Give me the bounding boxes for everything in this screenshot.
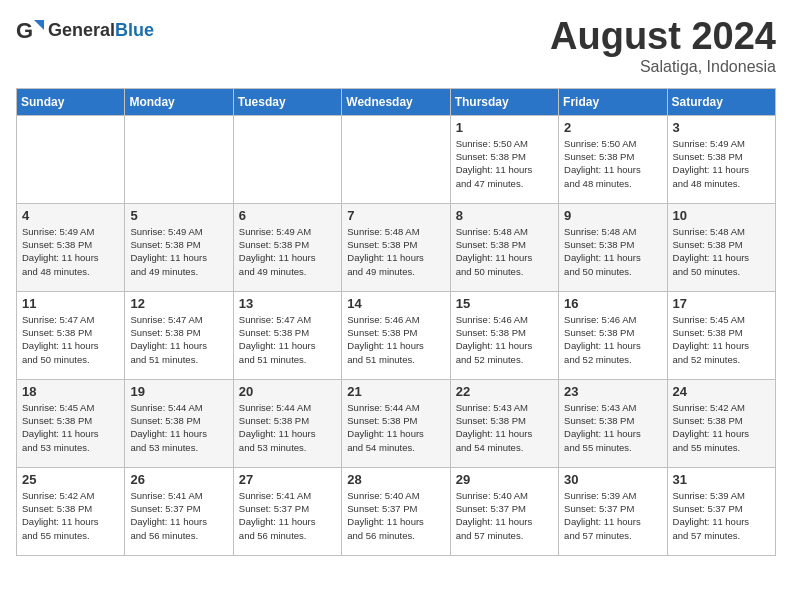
svg-marker-1	[34, 20, 44, 30]
day-number: 1	[456, 120, 553, 135]
col-header-friday: Friday	[559, 88, 667, 115]
calendar-cell: 20Sunrise: 5:44 AM Sunset: 5:38 PM Dayli…	[233, 379, 341, 467]
calendar-cell: 18Sunrise: 5:45 AM Sunset: 5:38 PM Dayli…	[17, 379, 125, 467]
cell-info: Sunrise: 5:46 AM Sunset: 5:38 PM Dayligh…	[347, 313, 444, 366]
calendar-cell: 11Sunrise: 5:47 AM Sunset: 5:38 PM Dayli…	[17, 291, 125, 379]
calendar-cell: 28Sunrise: 5:40 AM Sunset: 5:37 PM Dayli…	[342, 467, 450, 555]
day-number: 18	[22, 384, 119, 399]
cell-info: Sunrise: 5:47 AM Sunset: 5:38 PM Dayligh…	[130, 313, 227, 366]
day-number: 29	[456, 472, 553, 487]
logo-text-blue: Blue	[115, 20, 154, 40]
month-year-title: August 2024	[550, 16, 776, 58]
calendar-header-row: SundayMondayTuesdayWednesdayThursdayFrid…	[17, 88, 776, 115]
cell-info: Sunrise: 5:49 AM Sunset: 5:38 PM Dayligh…	[22, 225, 119, 278]
calendar-cell	[125, 115, 233, 203]
col-header-saturday: Saturday	[667, 88, 775, 115]
cell-info: Sunrise: 5:39 AM Sunset: 5:37 PM Dayligh…	[564, 489, 661, 542]
cell-info: Sunrise: 5:46 AM Sunset: 5:38 PM Dayligh…	[456, 313, 553, 366]
day-number: 12	[130, 296, 227, 311]
calendar-cell: 17Sunrise: 5:45 AM Sunset: 5:38 PM Dayli…	[667, 291, 775, 379]
calendar-cell: 9Sunrise: 5:48 AM Sunset: 5:38 PM Daylig…	[559, 203, 667, 291]
calendar-cell: 6Sunrise: 5:49 AM Sunset: 5:38 PM Daylig…	[233, 203, 341, 291]
calendar-cell: 27Sunrise: 5:41 AM Sunset: 5:37 PM Dayli…	[233, 467, 341, 555]
day-number: 21	[347, 384, 444, 399]
calendar-cell: 5Sunrise: 5:49 AM Sunset: 5:38 PM Daylig…	[125, 203, 233, 291]
cell-info: Sunrise: 5:41 AM Sunset: 5:37 PM Dayligh…	[130, 489, 227, 542]
cell-info: Sunrise: 5:41 AM Sunset: 5:37 PM Dayligh…	[239, 489, 336, 542]
svg-text:G: G	[16, 18, 33, 43]
location-subtitle: Salatiga, Indonesia	[550, 58, 776, 76]
day-number: 2	[564, 120, 661, 135]
cell-info: Sunrise: 5:50 AM Sunset: 5:38 PM Dayligh…	[564, 137, 661, 190]
calendar-cell: 15Sunrise: 5:46 AM Sunset: 5:38 PM Dayli…	[450, 291, 558, 379]
day-number: 8	[456, 208, 553, 223]
cell-info: Sunrise: 5:40 AM Sunset: 5:37 PM Dayligh…	[347, 489, 444, 542]
calendar-cell	[342, 115, 450, 203]
day-number: 16	[564, 296, 661, 311]
cell-info: Sunrise: 5:42 AM Sunset: 5:38 PM Dayligh…	[22, 489, 119, 542]
calendar-cell: 30Sunrise: 5:39 AM Sunset: 5:37 PM Dayli…	[559, 467, 667, 555]
day-number: 31	[673, 472, 770, 487]
calendar-cell: 3Sunrise: 5:49 AM Sunset: 5:38 PM Daylig…	[667, 115, 775, 203]
calendar-week-row: 25Sunrise: 5:42 AM Sunset: 5:38 PM Dayli…	[17, 467, 776, 555]
cell-info: Sunrise: 5:44 AM Sunset: 5:38 PM Dayligh…	[239, 401, 336, 454]
calendar-week-row: 1Sunrise: 5:50 AM Sunset: 5:38 PM Daylig…	[17, 115, 776, 203]
day-number: 28	[347, 472, 444, 487]
calendar-cell: 25Sunrise: 5:42 AM Sunset: 5:38 PM Dayli…	[17, 467, 125, 555]
col-header-monday: Monday	[125, 88, 233, 115]
day-number: 15	[456, 296, 553, 311]
cell-info: Sunrise: 5:45 AM Sunset: 5:38 PM Dayligh…	[22, 401, 119, 454]
page-header: G GeneralBlue August 2024 Salatiga, Indo…	[16, 16, 776, 76]
calendar-cell: 31Sunrise: 5:39 AM Sunset: 5:37 PM Dayli…	[667, 467, 775, 555]
logo-icon: G	[16, 16, 44, 44]
calendar-cell: 13Sunrise: 5:47 AM Sunset: 5:38 PM Dayli…	[233, 291, 341, 379]
calendar-cell: 24Sunrise: 5:42 AM Sunset: 5:38 PM Dayli…	[667, 379, 775, 467]
day-number: 6	[239, 208, 336, 223]
cell-info: Sunrise: 5:47 AM Sunset: 5:38 PM Dayligh…	[22, 313, 119, 366]
title-block: August 2024 Salatiga, Indonesia	[550, 16, 776, 76]
calendar-cell: 14Sunrise: 5:46 AM Sunset: 5:38 PM Dayli…	[342, 291, 450, 379]
calendar-cell: 8Sunrise: 5:48 AM Sunset: 5:38 PM Daylig…	[450, 203, 558, 291]
cell-info: Sunrise: 5:50 AM Sunset: 5:38 PM Dayligh…	[456, 137, 553, 190]
cell-info: Sunrise: 5:44 AM Sunset: 5:38 PM Dayligh…	[130, 401, 227, 454]
day-number: 27	[239, 472, 336, 487]
calendar-week-row: 18Sunrise: 5:45 AM Sunset: 5:38 PM Dayli…	[17, 379, 776, 467]
day-number: 14	[347, 296, 444, 311]
day-number: 25	[22, 472, 119, 487]
col-header-tuesday: Tuesday	[233, 88, 341, 115]
col-header-wednesday: Wednesday	[342, 88, 450, 115]
calendar-cell: 2Sunrise: 5:50 AM Sunset: 5:38 PM Daylig…	[559, 115, 667, 203]
day-number: 26	[130, 472, 227, 487]
calendar-cell	[17, 115, 125, 203]
day-number: 24	[673, 384, 770, 399]
calendar-table: SundayMondayTuesdayWednesdayThursdayFrid…	[16, 88, 776, 556]
calendar-cell: 16Sunrise: 5:46 AM Sunset: 5:38 PM Dayli…	[559, 291, 667, 379]
cell-info: Sunrise: 5:44 AM Sunset: 5:38 PM Dayligh…	[347, 401, 444, 454]
day-number: 30	[564, 472, 661, 487]
calendar-cell: 26Sunrise: 5:41 AM Sunset: 5:37 PM Dayli…	[125, 467, 233, 555]
cell-info: Sunrise: 5:45 AM Sunset: 5:38 PM Dayligh…	[673, 313, 770, 366]
calendar-week-row: 11Sunrise: 5:47 AM Sunset: 5:38 PM Dayli…	[17, 291, 776, 379]
calendar-cell: 12Sunrise: 5:47 AM Sunset: 5:38 PM Dayli…	[125, 291, 233, 379]
day-number: 7	[347, 208, 444, 223]
calendar-cell: 19Sunrise: 5:44 AM Sunset: 5:38 PM Dayli…	[125, 379, 233, 467]
cell-info: Sunrise: 5:40 AM Sunset: 5:37 PM Dayligh…	[456, 489, 553, 542]
calendar-cell: 4Sunrise: 5:49 AM Sunset: 5:38 PM Daylig…	[17, 203, 125, 291]
logo-text-general: General	[48, 20, 115, 40]
cell-info: Sunrise: 5:48 AM Sunset: 5:38 PM Dayligh…	[456, 225, 553, 278]
calendar-cell: 22Sunrise: 5:43 AM Sunset: 5:38 PM Dayli…	[450, 379, 558, 467]
col-header-thursday: Thursday	[450, 88, 558, 115]
calendar-cell: 7Sunrise: 5:48 AM Sunset: 5:38 PM Daylig…	[342, 203, 450, 291]
day-number: 3	[673, 120, 770, 135]
calendar-cell: 10Sunrise: 5:48 AM Sunset: 5:38 PM Dayli…	[667, 203, 775, 291]
day-number: 4	[22, 208, 119, 223]
logo: G GeneralBlue	[16, 16, 154, 44]
day-number: 10	[673, 208, 770, 223]
cell-info: Sunrise: 5:43 AM Sunset: 5:38 PM Dayligh…	[564, 401, 661, 454]
calendar-cell: 29Sunrise: 5:40 AM Sunset: 5:37 PM Dayli…	[450, 467, 558, 555]
day-number: 20	[239, 384, 336, 399]
cell-info: Sunrise: 5:46 AM Sunset: 5:38 PM Dayligh…	[564, 313, 661, 366]
cell-info: Sunrise: 5:48 AM Sunset: 5:38 PM Dayligh…	[347, 225, 444, 278]
cell-info: Sunrise: 5:48 AM Sunset: 5:38 PM Dayligh…	[564, 225, 661, 278]
cell-info: Sunrise: 5:42 AM Sunset: 5:38 PM Dayligh…	[673, 401, 770, 454]
